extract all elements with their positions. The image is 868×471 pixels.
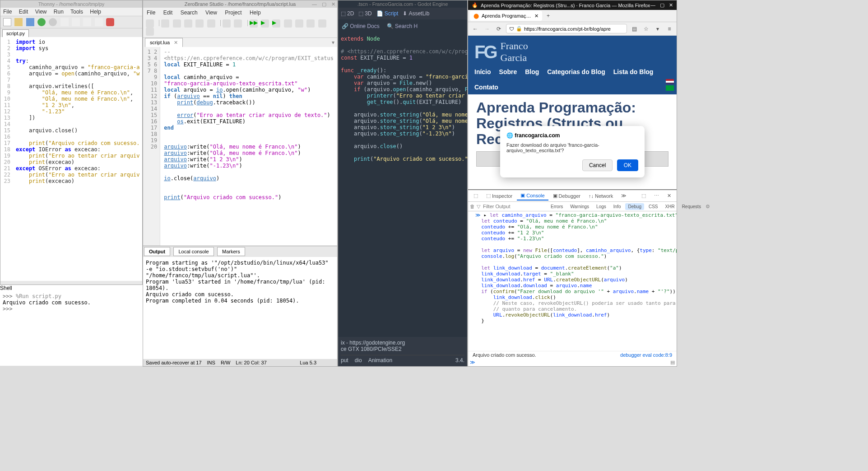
new-file-icon[interactable] — [3, 18, 11, 26]
menu-edit[interactable]: Edit — [163, 9, 173, 16]
print-icon[interactable] — [146, 19, 154, 28]
tab-output[interactable]: Output — [144, 247, 170, 256]
shell-prompt2[interactable]: >>> — [3, 306, 140, 312]
bottom-tab-output[interactable]: put — [341, 357, 348, 364]
devtools-dock-icon[interactable]: ⬚ — [638, 191, 650, 200]
filter-input[interactable] — [482, 203, 546, 210]
continue-icon[interactable]: ▶ — [272, 19, 280, 28]
chip-logs[interactable]: Logs — [594, 203, 609, 210]
filter-icon[interactable]: ▽ — [477, 204, 480, 210]
tab-menu-icon[interactable]: ▾ — [332, 39, 334, 46]
tab-debugger[interactable]: ▣ Debugger — [549, 191, 584, 200]
saveall-icon[interactable] — [195, 19, 204, 28]
menu-edit[interactable]: Edit — [19, 9, 28, 15]
thonny-editor[interactable]: 1 2 3 4 5 6 7 8 9 10 11 12 13 14 15 16 1… — [0, 37, 142, 281]
devtools-close-icon[interactable]: ✕ — [664, 191, 675, 200]
nav-sobre[interactable]: Sobre — [499, 68, 517, 75]
close-icon[interactable]: ✕ — [331, 1, 335, 7]
nav-blog[interactable]: Blog — [525, 68, 539, 75]
contato-row[interactable]: Contato — [468, 80, 677, 94]
resume-icon[interactable] — [95, 18, 103, 26]
shell-output[interactable]: >>> %Run script.py Arquivo criado com su… — [0, 291, 143, 314]
new-icon[interactable] — [161, 19, 169, 28]
close-icon[interactable]: ✕ — [669, 2, 673, 8]
nav-categorias[interactable]: Categorias do Blog — [547, 68, 605, 75]
menu-help[interactable]: Help — [250, 9, 261, 16]
tab-local-console[interactable]: Local console — [173, 247, 214, 256]
step-over-icon[interactable] — [60, 18, 69, 26]
tab-console[interactable]: ▣ Console — [517, 191, 548, 201]
bottom-tab-animation[interactable]: Animation — [368, 357, 392, 364]
folder-icon[interactable] — [207, 19, 215, 28]
search-help-link[interactable]: 🔍 Search H — [387, 23, 418, 29]
pause-icon[interactable] — [318, 19, 326, 28]
back-button[interactable]: ← — [471, 24, 480, 33]
stop-icon[interactable] — [146, 28, 154, 36]
debug-icon[interactable]: ▶ — [261, 19, 269, 28]
chip-errors[interactable]: Errors — [548, 203, 566, 210]
console-body[interactable]: ≫ ▸ let caminho_arquivo = "franco-garcia… — [468, 211, 677, 351]
ok-button[interactable]: OK — [617, 159, 638, 171]
chip-xhr[interactable]: XHR — [663, 203, 678, 210]
menu-file[interactable]: File — [147, 9, 155, 16]
run-icon[interactable] — [37, 18, 46, 26]
run-icon[interactable]: ▶▶ — [250, 19, 258, 28]
flag-br[interactable] — [666, 85, 674, 91]
tab-3d[interactable]: ⬚ 3D — [358, 10, 371, 17]
editor-tab-script-lua[interactable]: script.lua ✕ — [145, 38, 183, 47]
tab-markers[interactable]: Markers — [217, 247, 245, 256]
menu-project[interactable]: Project — [225, 9, 241, 16]
python-code[interactable]: import io import sys try: caminho_arquiv… — [13, 37, 142, 281]
online-docs-link[interactable]: 🔗 Online Docs — [342, 23, 380, 29]
browser-tab[interactable]: ⬤ Aprenda Programação: Regis ✕ — [470, 11, 542, 21]
chip-css[interactable]: CSS — [646, 203, 661, 210]
step-into-icon[interactable] — [295, 19, 303, 28]
devtools-menu-icon[interactable]: ⋯ — [650, 191, 663, 200]
new-tab-button[interactable]: + — [542, 11, 554, 21]
devtools-overflow-icon[interactable]: ≫ — [617, 191, 630, 200]
nav-inicio[interactable]: Início — [474, 68, 491, 75]
save-icon[interactable] — [184, 19, 192, 28]
chip-info[interactable]: Info — [611, 203, 624, 210]
shield-icon[interactable]: 🛡 — [509, 26, 514, 32]
step-out-icon[interactable] — [83, 18, 91, 26]
close-tab-icon[interactable]: ✕ — [534, 13, 538, 19]
cancel-button[interactable]: Cancel — [582, 159, 613, 171]
step-out-icon[interactable] — [306, 19, 315, 28]
gdscript-code[interactable]: extends Node # <https://en.cppreference.… — [338, 33, 467, 165]
reload-button[interactable]: ⟳ — [494, 24, 503, 33]
menu-search[interactable]: Search — [181, 9, 198, 16]
tab-network[interactable]: ↑↓ Network — [585, 192, 617, 200]
tab-inspector[interactable]: ⬚ Inspector — [483, 191, 516, 200]
maximize-icon[interactable]: ▢ — [322, 1, 326, 7]
close-tab-icon[interactable]: ✕ — [174, 40, 178, 45]
stop-icon[interactable] — [106, 18, 114, 26]
replace-icon[interactable] — [234, 19, 242, 28]
save-icon[interactable] — [26, 18, 34, 26]
tab-2d[interactable]: ⬚ 2D — [341, 10, 354, 17]
menu-tools[interactable]: Tools — [70, 9, 83, 15]
tab-assetlib[interactable]: ⬇ AssetLib — [403, 10, 429, 17]
open-icon[interactable] — [173, 19, 181, 28]
pick-element-icon[interactable]: ⬚ — [470, 191, 482, 200]
step-icon[interactable] — [284, 19, 292, 28]
reader-icon[interactable]: ▤ — [630, 24, 639, 33]
forward-button[interactable]: → — [483, 24, 492, 33]
console-input-prompt[interactable]: ≫ ▤ — [468, 359, 677, 366]
step-into-icon[interactable] — [72, 18, 80, 26]
minimize-icon[interactable]: — — [650, 2, 655, 8]
menu-view[interactable]: View — [205, 9, 217, 16]
pocket-icon[interactable]: ▾ — [653, 24, 662, 33]
hamburger-icon[interactable]: ≡ — [665, 24, 674, 33]
find-icon[interactable] — [223, 19, 231, 28]
zbs-editor[interactable]: 1 2 3 4 5 6 7 8 9 10 11 12 13 14 15 16 1… — [143, 47, 337, 246]
chip-requests[interactable]: Requests — [679, 203, 704, 210]
flag-us[interactable] — [666, 79, 674, 84]
open-icon[interactable] — [14, 18, 23, 26]
zbs-output[interactable]: Program starting as '"/opt/zbstudio/bin/… — [143, 257, 337, 365]
menu-run[interactable]: Run — [54, 9, 64, 15]
menu-file[interactable]: File — [3, 9, 12, 15]
chip-warnings[interactable]: Warnings — [567, 203, 592, 210]
minimize-icon[interactable]: — — [312, 1, 317, 7]
bookmark-icon[interactable]: ☆ — [641, 24, 650, 33]
